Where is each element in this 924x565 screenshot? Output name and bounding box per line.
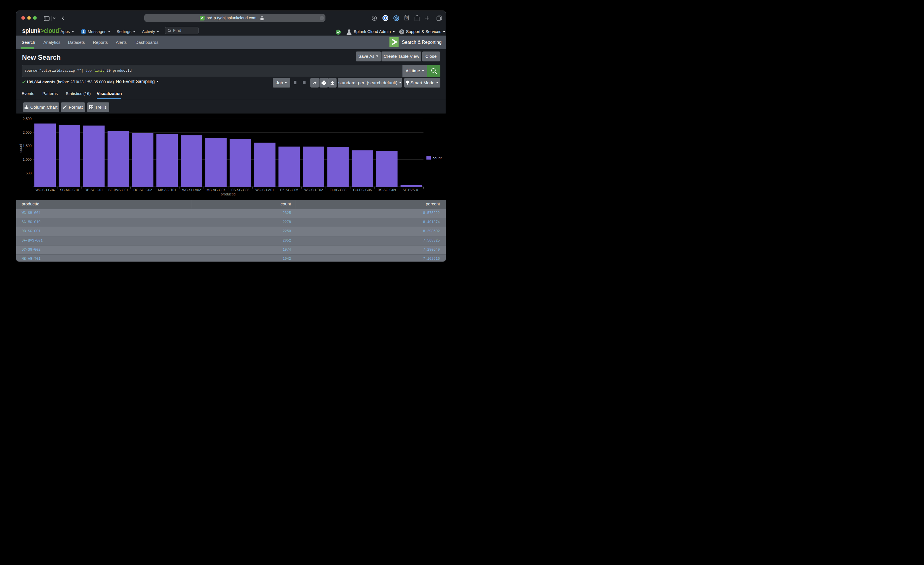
svg-text:N: N [405, 16, 408, 20]
svg-text:2,500: 2,500 [23, 117, 32, 121]
svg-text:BS-AG-G09: BS-AG-G09 [378, 188, 396, 192]
svg-text:500: 500 [26, 171, 32, 175]
svg-text:2,000: 2,000 [23, 130, 32, 134]
svg-text:MB-AG-T01: MB-AG-T01 [158, 188, 176, 192]
svg-text:count: count [433, 156, 442, 160]
svg-text:WC-SH-A02: WC-SH-A02 [182, 188, 201, 192]
svg-text:PZ-SG-G05: PZ-SG-G05 [280, 188, 298, 192]
svg-text:SC-MG-G10: SC-MG-G10 [60, 188, 79, 192]
svg-text:CU-PG-G06: CU-PG-G06 [353, 188, 372, 192]
svg-text:WC-SH-G04: WC-SH-G04 [36, 188, 55, 192]
svg-text:WC-SH-T02: WC-SH-T02 [304, 188, 323, 192]
svg-text:MB-AG-G07: MB-AG-G07 [207, 188, 225, 192]
svg-text:FI-AG-G08: FI-AG-G08 [330, 188, 346, 192]
svg-text:count: count [19, 144, 23, 153]
svg-text:1,500: 1,500 [23, 144, 32, 148]
svg-text:productId: productId [221, 192, 236, 196]
svg-text:DB-SG-G01: DB-SG-G01 [85, 188, 103, 192]
svg-text:SF-BVS-01: SF-BVS-01 [402, 188, 420, 192]
svg-text:1,000: 1,000 [23, 157, 32, 162]
svg-text:SF-BVS-G01: SF-BVS-G01 [108, 188, 128, 192]
svg-text:WC-SH-A01: WC-SH-A01 [255, 188, 274, 192]
svg-text:FS-SG-G03: FS-SG-G03 [231, 188, 249, 192]
svg-text:DC-SG-G02: DC-SG-G02 [134, 188, 152, 192]
